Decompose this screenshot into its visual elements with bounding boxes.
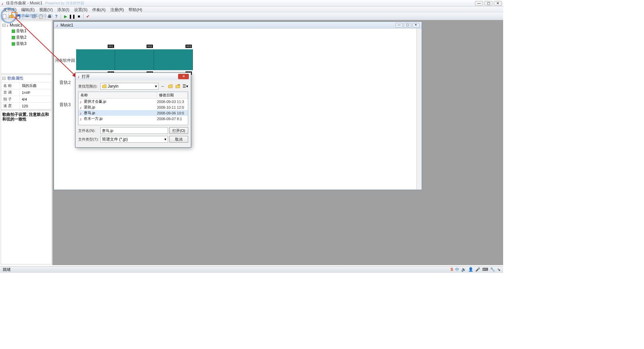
track-1[interactable]: 河东软件园 001001 002002 003003 — [54, 49, 422, 71]
file-list: 名称 修改日期 爱拼才会赢.jp2008-09-03 11:3 梁祝.jp200… — [78, 92, 188, 125]
tray-icon-3[interactable]: 🎤 — [475, 267, 480, 272]
track-icon — [12, 42, 15, 46]
tray-icon-2[interactable]: 👤 — [468, 267, 473, 272]
back-button[interactable]: ← — [160, 83, 166, 89]
menu-register[interactable]: 注册(R) — [108, 7, 126, 13]
check-button[interactable]: ✔ — [85, 13, 91, 19]
filename-input[interactable] — [100, 127, 168, 134]
doc-maximize-button[interactable]: ▢ — [404, 23, 411, 28]
tree-root-label: Music1 — [10, 23, 22, 28]
dialog-close-button[interactable]: ✕ — [178, 74, 189, 79]
up-button[interactable] — [167, 83, 173, 89]
tray-icon-4[interactable]: ⌨ — [482, 267, 488, 272]
track-1-content[interactable]: 001001 002002 003003 — [76, 49, 422, 71]
file-icon — [79, 105, 83, 109]
vertical-scrollbar[interactable] — [416, 29, 422, 190]
properties-header: − 歌曲属性 — [1, 75, 51, 82]
tree-track-1[interactable]: 音轨1 — [2, 28, 50, 34]
properties-pane: − 歌曲属性 名 称我的乐曲 音 调1=#F 拍 子4/4 速 度120 — [1, 74, 52, 110]
filetype-row: 文件类型(T): 简谱文件 (*.jp) ▾ 取消 — [78, 136, 188, 143]
prop-key: 拍 子 — [1, 96, 20, 103]
tree-toggle-icon[interactable]: − — [2, 24, 5, 27]
list-item[interactable]: 在水一方.jp2008-09-07 8:1 — [78, 116, 188, 121]
help-button[interactable]: ? — [53, 13, 59, 19]
prop-row-key[interactable]: 音 调1=#F — [1, 89, 51, 96]
svg-rect-0 — [3, 14, 6, 18]
tree-track-3[interactable]: 音轨3 — [2, 41, 50, 47]
track-block[interactable]: 002002 — [115, 49, 154, 70]
prop-key: 速 度 — [1, 103, 20, 109]
list-item[interactable]: 赛马.jp2008-09-06 10:0 — [78, 110, 188, 116]
play-button[interactable]: ▶ — [62, 13, 68, 19]
file-icon — [79, 111, 83, 115]
doc-minimize-button[interactable]: — — [395, 23, 403, 28]
minimize-button[interactable]: — — [475, 1, 483, 6]
tray-icon-6[interactable]: ↘ — [497, 267, 500, 272]
file-list-body[interactable]: 爱拼才会赢.jp2008-09-03 11:3 梁祝.jp2008-10-11 … — [78, 99, 188, 125]
ime-icon[interactable]: S — [450, 267, 453, 272]
app-title: 佳音作曲家 - Music1 — [6, 0, 43, 6]
close-button[interactable]: ✕ — [494, 1, 502, 6]
stop-button[interactable]: ■ — [76, 13, 82, 19]
maximize-button[interactable]: ▢ — [484, 1, 492, 6]
menu-edit[interactable]: 编辑(E) — [19, 7, 37, 13]
chevron-down-icon: ▾ — [155, 84, 157, 89]
file-name: 在水一方.jp — [84, 116, 157, 121]
track-3-label: 音轨3 — [54, 94, 76, 116]
list-item[interactable]: 爱拼才会赢.jp2008-09-03 11:3 — [78, 99, 188, 104]
tree-pane: − Music1 音轨1 音轨2 音轨3 — [1, 21, 52, 74]
dialog-title: 打开 — [82, 74, 90, 80]
col-name[interactable]: 名称 — [78, 92, 157, 98]
status-text: 就绪 — [3, 267, 11, 272]
collapse-icon[interactable]: − — [2, 77, 5, 80]
doc-titlebar[interactable]: Music1 — ▢ ✕ — [54, 22, 422, 29]
menu-help[interactable]: 帮助(H) — [126, 7, 144, 13]
dialog-titlebar[interactable]: 打开 ✕ — [75, 73, 191, 80]
prop-value: 4/4 — [20, 96, 51, 103]
open-confirm-button[interactable]: 打开(O) — [169, 127, 188, 134]
menu-settings[interactable]: 设置(S) — [72, 7, 90, 13]
new-folder-button[interactable]: * — [175, 83, 181, 89]
music-icon — [6, 23, 10, 27]
list-item[interactable]: 梁祝.jp2008-10-11 12:0 — [78, 104, 188, 110]
menu-file[interactable]: 文件(F) — [1, 7, 18, 13]
cancel-button[interactable]: 取消 — [169, 136, 188, 143]
menu-add[interactable]: 添加(I) — [55, 7, 71, 13]
app-icon — [1, 1, 5, 5]
tree-root[interactable]: − Music1 — [2, 22, 50, 28]
track-block[interactable]: 003003 — [154, 49, 193, 70]
prop-row-tempo[interactable]: 速 度120 — [1, 103, 51, 109]
view-menu-button[interactable]: ☰▾ — [182, 83, 188, 89]
col-date[interactable]: 修改日期 — [157, 92, 188, 98]
menu-accomp[interactable]: 伴奏(A) — [90, 7, 108, 13]
new-button[interactable] — [2, 13, 8, 19]
prop-row-name[interactable]: 名 称我的乐曲 — [1, 83, 51, 89]
pause-button[interactable]: ❚❚ — [69, 13, 75, 19]
menu-view[interactable]: 视图(V) — [37, 7, 55, 13]
marker: 001 — [108, 45, 114, 48]
folder-combo[interactable]: Jaryin ▾ — [100, 83, 159, 90]
filetype-combo[interactable]: 简谱文件 (*.jp) ▾ — [100, 136, 168, 143]
dialog-body: 查找范围(I): Jaryin ▾ ← * ☰▾ 名称 修改日期 爱拼才会赢.j… — [75, 80, 191, 147]
file-icon — [79, 100, 83, 104]
doc-close-button[interactable]: ✕ — [412, 23, 420, 28]
menubar: 文件(F) 编辑(E) 视图(V) 添加(I) 设置(S) 伴奏(A) 注册(R… — [0, 7, 503, 13]
filetype-value: 简谱文件 (*.jp) — [102, 137, 128, 142]
look-in-row: 查找范围(I): Jaryin ▾ ← * ☰▾ — [78, 83, 188, 90]
toolbar-sep-3 — [61, 14, 61, 19]
doc-title: Music1 — [60, 23, 73, 28]
statusbar: 就绪 — [0, 266, 503, 273]
watermark-url: www.pc0359.cn — [20, 13, 53, 18]
tree-track-2[interactable]: 音轨2 — [2, 34, 50, 41]
track-icon — [12, 30, 15, 33]
tray-icon-1[interactable]: 🔉 — [461, 267, 466, 272]
tree-track-2-label: 音轨2 — [16, 35, 26, 40]
prop-row-time[interactable]: 拍 子4/4 — [1, 96, 51, 103]
track-block[interactable]: 001001 — [76, 49, 115, 70]
ime-lang-icon[interactable]: 中 — [455, 267, 459, 272]
filetype-label: 文件类型(T): — [78, 137, 99, 142]
open-button[interactable] — [8, 13, 14, 19]
open-dialog: 打开 ✕ 查找范围(I): Jaryin ▾ ← * ☰▾ 名称 修改日期 — [75, 72, 191, 148]
tray-icon-5[interactable]: 🔧 — [490, 267, 495, 272]
track-icon — [12, 36, 15, 39]
